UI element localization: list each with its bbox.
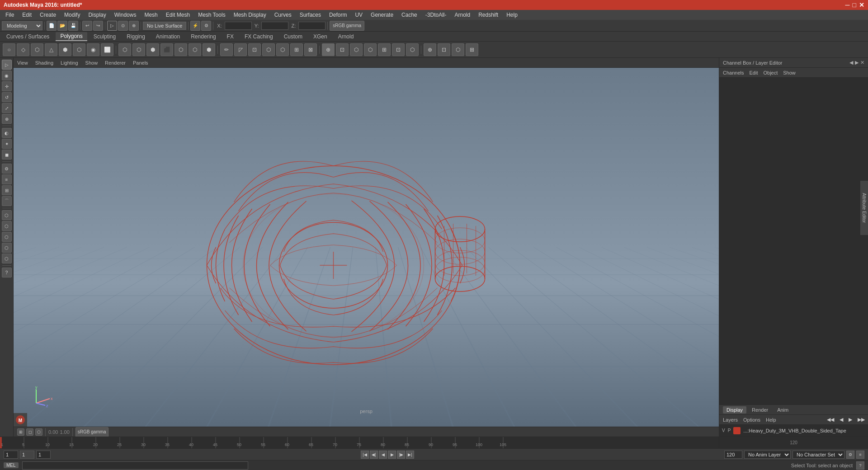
tool-settings[interactable]: ⚙ (2, 164, 12, 174)
vp-menu-panels[interactable]: Panels (133, 60, 148, 66)
menu-cache[interactable]: Cache (398, 11, 421, 19)
tab-sculpting[interactable]: Sculpting (89, 33, 120, 41)
shelf-icon-4[interactable]: △ (45, 43, 57, 56)
transport-settings-button[interactable]: ⚙ (846, 451, 854, 459)
z-input[interactable] (298, 22, 326, 30)
menu-mesh-tools[interactable]: Mesh Tools (194, 11, 229, 19)
tab-rendering[interactable]: Rendering (186, 33, 220, 41)
soft-mod-tool[interactable]: ◐ (2, 128, 12, 138)
select-tool[interactable]: ▷ (2, 60, 12, 70)
maximize-button[interactable]: □ (853, 1, 856, 9)
menu-create[interactable]: Create (36, 11, 60, 19)
gamma-select[interactable]: sRGB gamma (75, 427, 108, 437)
menu-edit[interactable]: Edit (19, 11, 35, 19)
menu-file[interactable]: File (2, 11, 18, 19)
step-back-button[interactable]: ◀| (370, 451, 378, 459)
quick-help[interactable]: ? (2, 268, 12, 277)
tab-curves-surfaces[interactable]: Curves / Surfaces (2, 33, 54, 41)
shelf-icon-3[interactable]: ⬡ (31, 43, 43, 56)
tool-4[interactable]: ⬡ (2, 243, 12, 253)
corner-icon[interactable]: M (14, 413, 27, 427)
shelf-icon-10[interactable]: ⬡ (132, 43, 145, 56)
bp-sub-layers[interactable]: Layers (723, 417, 738, 423)
shelf-icon-1[interactable]: ○ (3, 43, 15, 56)
shelf-icon-8[interactable]: ⬜ (101, 43, 113, 56)
shelf-icon-22[interactable]: ⊠ (304, 43, 317, 56)
step-forward-button[interactable]: |▶ (397, 451, 405, 459)
x-input[interactable] (225, 22, 252, 30)
shelf-icon-20[interactable]: ⬡ (276, 43, 289, 56)
menu-help[interactable]: Help (503, 11, 521, 19)
bp-sub-help[interactable]: Help (766, 417, 776, 423)
frame-current-input[interactable] (20, 451, 34, 459)
tab-polygons[interactable]: Polygons (56, 32, 87, 41)
shelf-icon-28[interactable]: ⊡ (392, 43, 405, 56)
shelf-icon-2[interactable]: ◇ (17, 43, 29, 56)
menu-edit-mesh[interactable]: Edit Mesh (162, 11, 193, 19)
shelf-icon-25[interactable]: ⬡ (350, 43, 363, 56)
menu-redshift[interactable]: Redshift (475, 11, 502, 19)
shelf-icon-15[interactable]: ⬢ (203, 43, 215, 56)
menu-display[interactable]: Display (85, 11, 109, 19)
frame-end-input[interactable] (724, 451, 742, 459)
paint-select-tool[interactable]: ◉ (2, 70, 12, 80)
transport-extra-button[interactable]: ≡ (856, 451, 864, 459)
tab-xgen[interactable]: XGen (309, 33, 332, 41)
shelf-icon-27[interactable]: ⊞ (378, 43, 391, 56)
tab-fx[interactable]: FX (222, 33, 238, 41)
ce-tab-channels[interactable]: Channels (723, 70, 744, 75)
layer-playback[interactable]: P (728, 428, 731, 433)
tool-5[interactable]: ⬡ (2, 254, 12, 263)
rp-collapse-button[interactable]: ◀ (849, 60, 853, 66)
play-back-button[interactable]: ◀ (379, 451, 387, 459)
ce-tab-object[interactable]: Object (763, 70, 778, 75)
vp-menu-view[interactable]: View (17, 60, 28, 66)
shelf-icon-31[interactable]: ⊡ (438, 43, 450, 56)
shelf-icon-33[interactable]: ⊞ (466, 43, 478, 56)
playback-input[interactable] (36, 451, 51, 459)
rotate-tool[interactable]: ↺ (2, 92, 12, 102)
tab-rigging[interactable]: Rigging (122, 33, 150, 41)
minimize-button[interactable]: ─ (845, 1, 850, 9)
vp-shade-toggle[interactable]: ◻ (26, 428, 33, 436)
mel-input[interactable] (22, 461, 248, 470)
viewport-3d[interactable]: persp x y z M (14, 68, 719, 427)
shelf-icon-21[interactable]: ⊞ (290, 43, 303, 56)
tab-custom[interactable]: Custom (279, 33, 307, 41)
ce-tab-show[interactable]: Show (783, 70, 796, 75)
vp-menu-renderer[interactable]: Renderer (105, 60, 126, 66)
menu-curves[interactable]: Curves (271, 11, 295, 19)
shelf-icon-11[interactable]: ⬢ (146, 43, 159, 56)
redo-button[interactable]: ↪ (93, 21, 103, 31)
shelf-icon-23[interactable]: ⊕ (322, 43, 335, 56)
render-region[interactable]: ⬡ (2, 210, 12, 220)
no-live-surface-button[interactable]: No Live Surface (143, 22, 186, 30)
bp-tab-anim[interactable]: Anim (774, 406, 792, 414)
transform-button[interactable]: ⊕ (129, 21, 139, 31)
bp-tab-render[interactable]: Render (748, 406, 772, 414)
shelf-icon-9[interactable]: ⬡ (118, 43, 131, 56)
skip-to-end-button[interactable]: ▶| (406, 451, 414, 459)
undo-button[interactable]: ↩ (82, 21, 92, 31)
move-tool[interactable]: ✛ (2, 81, 12, 91)
shelf-icon-6[interactable]: ⬡ (73, 43, 85, 56)
frame-start-input[interactable] (4, 451, 18, 459)
mel-tag[interactable]: MEL (4, 462, 19, 468)
render-button[interactable]: ⚡ (190, 21, 200, 31)
menu-generate[interactable]: Generate (367, 11, 397, 19)
skip-to-start-button[interactable]: |◀ (361, 451, 369, 459)
attribute-editor-tab[interactable]: Attribute Editor (860, 181, 868, 235)
menu-arnold[interactable]: Arnold (451, 11, 474, 19)
vp-menu-show[interactable]: Show (85, 60, 98, 66)
shelf-icon-5[interactable]: ⬢ (59, 43, 71, 56)
render-settings-button[interactable]: ⚙ (201, 21, 211, 31)
vp-menu-lighting[interactable]: Lighting (61, 60, 78, 66)
shelf-icon-26[interactable]: ⬡ (364, 43, 377, 56)
shelf-icon-24[interactable]: ⊡ (336, 43, 349, 56)
menu-uv[interactable]: UV (351, 11, 366, 19)
bp-sub-options[interactable]: Options (743, 417, 760, 423)
shelf-icon-19[interactable]: ⬡ (262, 43, 275, 56)
snap-curve[interactable]: ⌒ (2, 196, 12, 206)
menu-3dto-all[interactable]: -3DtoAll- (422, 11, 450, 19)
paint-weights[interactable]: ⬡ (2, 221, 12, 231)
